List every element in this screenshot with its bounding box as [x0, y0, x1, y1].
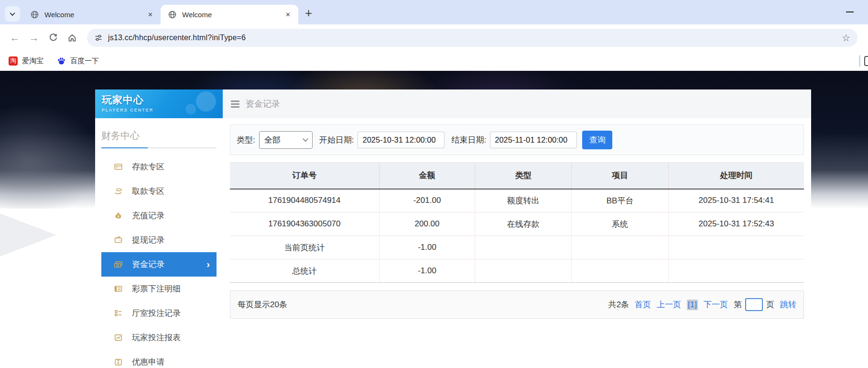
sidebar-item-label: 充值记录: [132, 210, 164, 221]
bookmark-star-icon[interactable]: ☆: [842, 32, 850, 44]
new-tab-button[interactable]: +: [305, 8, 312, 18]
chevron-down-icon: [10, 11, 15, 16]
type-select[interactable]: 全部: [259, 131, 313, 149]
cell-empty: [475, 259, 572, 283]
table-row-page-total: 当前页统计 -1.00: [230, 236, 804, 259]
sidebar-item-funds-log[interactable]: 资金记录 ›: [101, 252, 217, 277]
current-page-badge[interactable]: [1]: [687, 300, 698, 310]
reload-icon: [49, 33, 58, 42]
bookmark-label: 百度一下: [70, 56, 99, 66]
svg-text:¥: ¥: [117, 361, 119, 365]
section-underline: [101, 147, 217, 148]
sidebar-menu: 存款专区 取款专区 ¥ 充值记录 提现记录 资金记录 › 彩票下注明细: [101, 155, 217, 368]
table-row: 1761904363005070 200.00 在线存款 系统 2025-10-…: [230, 212, 804, 236]
taobao-icon: 淘: [9, 56, 18, 66]
bookmark-label: 爱淘宝: [22, 56, 43, 66]
minimize-button[interactable]: [846, 11, 854, 12]
bookmarks-overflow-icon[interactable]: [864, 56, 868, 66]
home-button[interactable]: [63, 29, 81, 47]
bookmark-baidu[interactable]: 百度一下: [57, 56, 99, 66]
total-count-text: 共2条: [608, 299, 629, 310]
cell-empty: [669, 259, 804, 283]
cell-amount: -1.00: [379, 259, 475, 283]
cell-type: 在线存款: [475, 212, 572, 236]
bookmark-taobao[interactable]: 淘 爱淘宝: [9, 56, 43, 66]
first-page-link[interactable]: 首页: [635, 299, 651, 310]
tab-search-button[interactable]: [5, 6, 20, 22]
site-settings-icon[interactable]: [94, 33, 103, 42]
tab-title: Welcome: [44, 11, 141, 19]
jump-button[interactable]: 跳转: [780, 299, 796, 310]
hamburger-menu-icon[interactable]: [231, 100, 239, 108]
wallet-icon: [114, 235, 123, 245]
column-header-order-no: 订单号: [230, 163, 379, 189]
column-header-project: 项目: [572, 163, 669, 189]
sidebar-item-withdraw[interactable]: 取款专区: [101, 179, 217, 203]
report-chart-icon: [114, 333, 123, 342]
column-header-time: 处理时间: [669, 163, 804, 189]
cell-empty: [669, 236, 804, 259]
cell-empty: [572, 236, 669, 259]
search-button[interactable]: 查询: [582, 131, 612, 149]
tab-strip: Welcome ✕ Welcome ✕ +: [0, 0, 868, 24]
cell-type: 额度转出: [475, 189, 572, 212]
browser-tab-2[interactable]: Welcome ✕: [161, 5, 298, 24]
lottery-list-icon: [114, 284, 123, 293]
sidebar-item-withdraw-log[interactable]: 提现记录: [101, 228, 217, 252]
sidebar-item-promo[interactable]: ¥ 优惠申请: [101, 350, 217, 368]
chevron-down-icon: [303, 136, 308, 141]
sidebar-item-label: 玩家投注报表: [132, 332, 181, 343]
start-date-input[interactable]: [358, 132, 445, 148]
sidebar-header: 玩家中心 PLAYERS CENTER: [95, 89, 223, 118]
close-tab-icon[interactable]: ✕: [146, 10, 155, 19]
sidebar-item-label: 彩票下注明细: [132, 283, 181, 294]
sidebar-item-recharge-log[interactable]: ¥ 充值记录: [101, 203, 217, 228]
cell-project: 系统: [572, 212, 669, 236]
sidebar-item-hall-bets[interactable]: 厅室投注记录: [101, 301, 217, 325]
cell-project: BB平台: [572, 189, 669, 212]
type-select-value: 全部: [264, 134, 281, 145]
jump-prefix-text: 第: [734, 299, 742, 310]
hall-records-icon: [114, 309, 123, 318]
chevron-right-icon: ›: [206, 259, 210, 270]
player-center-sidebar: 玩家中心 PLAYERS CENTER 财务中心 存款专区 取款专区 ¥ 充值记…: [95, 89, 223, 368]
sidebar-item-bet-report[interactable]: 玩家投注报表: [101, 325, 217, 350]
section-label: 财务中心: [101, 129, 217, 142]
moneybag-icon: ¥: [114, 211, 123, 220]
url-text[interactable]: js13.cc/hhcp/usercenter.html?iniType=6: [108, 33, 836, 42]
sidebar-item-lottery-bets[interactable]: 彩票下注明细: [101, 277, 217, 301]
cell-order-no: 1761904363005070: [230, 212, 379, 236]
table-row: 1761904480574914 -201.00 额度转出 BB平台 2025-…: [230, 189, 804, 212]
sidebar-item-deposit[interactable]: 存款专区: [101, 155, 217, 179]
page-number-input[interactable]: [745, 298, 763, 311]
reload-button[interactable]: [44, 29, 62, 47]
end-date-input[interactable]: [490, 132, 577, 148]
sidebar-item-label: 资金记录: [132, 259, 164, 270]
cell-empty: [572, 259, 669, 283]
main-panel: 资金记录 类型: 全部 开始日期: 结束日期: 查询 订单号: [223, 89, 811, 368]
bookmarks-divider: [859, 55, 860, 67]
close-tab-icon[interactable]: ✕: [283, 10, 293, 19]
pagination-controls: 共2条 首页 上一页 [1] 下一页 第 页 跳转: [608, 298, 796, 311]
table-header-row: 订单号 金额 类型 项目 处理时间: [230, 163, 804, 189]
browser-tab-1[interactable]: Welcome ✕: [23, 5, 161, 24]
browser-toolbar: ← → js13.cc/hhcp/usercenter.html?iniType…: [0, 24, 868, 51]
forward-button[interactable]: →: [25, 29, 43, 47]
address-bar[interactable]: js13.cc/hhcp/usercenter.html?iniType=6 ☆: [87, 29, 857, 47]
promo-gift-icon: ¥: [114, 357, 123, 367]
deposit-card-icon: [114, 162, 123, 171]
prev-page-link[interactable]: 上一页: [657, 299, 681, 310]
sidebar-item-label: 优惠申请: [132, 357, 164, 368]
back-button[interactable]: ←: [6, 29, 24, 47]
cell-time: 2025-10-31 17:52:43: [669, 212, 804, 236]
sidebar-item-label: 取款专区: [132, 186, 164, 197]
cell-empty: [475, 236, 572, 259]
next-page-link[interactable]: 下一页: [704, 299, 728, 310]
table-row-grand-total: 总统计 -1.00: [230, 259, 804, 283]
home-icon: [67, 33, 77, 43]
page-jump-group: 第 页: [734, 298, 774, 311]
sidebar-item-label: 存款专区: [132, 161, 164, 172]
sidebar-item-label: 提现记录: [132, 234, 164, 245]
funds-table: 订单号 金额 类型 项目 处理时间 1761904480574914 -201.…: [230, 162, 804, 283]
withdraw-hand-icon: [114, 187, 123, 196]
